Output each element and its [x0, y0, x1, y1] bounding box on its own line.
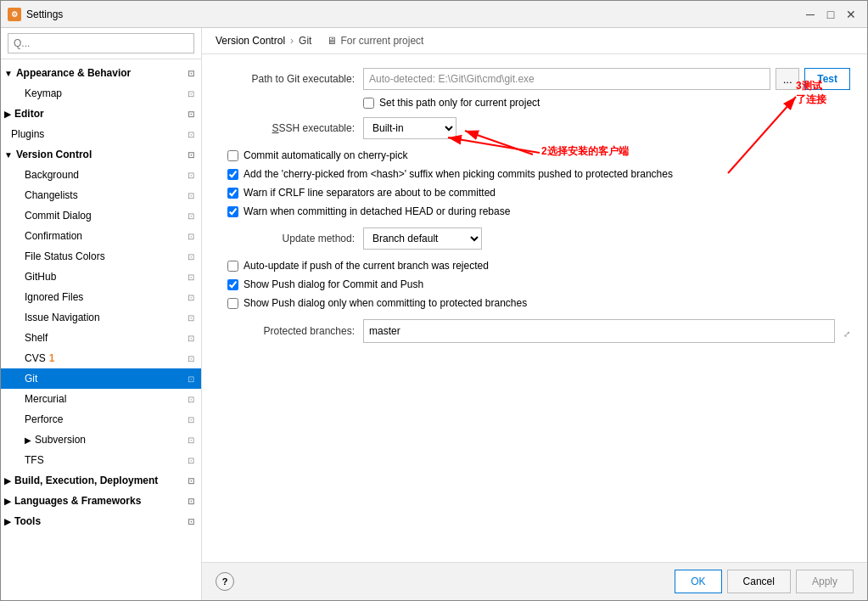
copy-icon: ⊡ [188, 150, 194, 160]
main-content: ▼ Appearance & Behavior ⊡ Keymap ⊡ ▶ Edi… [1, 28, 867, 600]
sidebar-item-commit-dialog[interactable]: Commit Dialog ⊡ [1, 205, 201, 226]
sidebar-item-confirmation[interactable]: Confirmation ⊡ [1, 226, 201, 246]
add-suffix-checkbox[interactable] [227, 169, 238, 180]
protected-branches-label: Protected branches: [219, 325, 355, 337]
close-button[interactable]: ✕ [842, 5, 860, 24]
warn-crlf-label: Warn if CRLF line separators are about t… [244, 187, 496, 199]
sidebar-item-label: Keymap [25, 87, 62, 99]
maximize-button[interactable]: □ [821, 5, 840, 24]
cancel-button[interactable]: Cancel [727, 570, 791, 593]
breadcrumb-parent: Version Control [216, 35, 285, 47]
sidebar-item-subversion[interactable]: ▶ Subversion ⊡ [1, 430, 201, 450]
copy-icon: ⊡ [188, 354, 194, 363]
sidebar-item-github[interactable]: GitHub ⊡ [1, 267, 201, 287]
copy-icon: ⊡ [188, 191, 194, 200]
current-project-checkbox[interactable] [363, 98, 374, 109]
auto-update-row: Auto-update if push of the current branc… [219, 260, 850, 272]
protected-branches-control: ⤢ [363, 319, 850, 343]
auto-update-checkbox[interactable] [227, 261, 238, 272]
sidebar-item-mercurial[interactable]: Mercurial ⊡ [1, 389, 201, 409]
sidebar-item-ignored-files[interactable]: Ignored Files ⊡ [1, 287, 201, 307]
project-label: For current project [340, 35, 423, 47]
settings-form: Path to Git executable: ... Test Set thi… [202, 54, 867, 562]
sidebar-item-keymap[interactable]: Keymap ⊡ [1, 83, 201, 104]
copy-icon: ⊡ [188, 252, 194, 261]
sidebar-item-perforce[interactable]: Perforce ⊡ [1, 409, 201, 430]
test-button[interactable]: Test [804, 68, 850, 90]
help-button[interactable]: ? [216, 572, 234, 591]
show-push-committing-checkbox[interactable] [227, 298, 238, 309]
cherry-pick-checkbox[interactable] [227, 150, 238, 161]
sidebar-item-label: Background [25, 169, 79, 181]
sidebar-item-issue-navigation[interactable]: Issue Navigation ⊡ [1, 307, 201, 328]
expand-arrow: ▼ [4, 69, 13, 78]
sidebar-item-label: Perforce [25, 413, 63, 425]
update-method-label: Update method: [219, 233, 355, 244]
copy-icon: ⊡ [188, 395, 194, 404]
ssh-select[interactable]: Built-in Native [363, 117, 456, 139]
app-icon: ⚙ [8, 8, 21, 21]
browse-button[interactable]: ... [776, 68, 799, 90]
sidebar-item-tools[interactable]: ▶ Tools ⊡ [1, 511, 201, 531]
sidebar-item-shelf[interactable]: Shelf ⊡ [1, 328, 201, 348]
sidebar-item-cvs[interactable]: CVS 1 ⊡ [1, 348, 201, 368]
sidebar-item-label: Changelists [25, 189, 78, 201]
sidebar-item-label: CVS [25, 352, 46, 364]
sidebar-item-label: Confirmation [25, 230, 82, 242]
sidebar-item-appearance[interactable]: ▼ Appearance & Behavior ⊡ [1, 63, 201, 83]
sidebar-item-label: Editor [14, 108, 44, 120]
window-title: Settings [26, 8, 801, 20]
expand-arrow: ▶ [4, 476, 11, 486]
sidebar-item-label: Git [25, 373, 37, 385]
update-method-select[interactable]: Branch default Merge Rebase [363, 227, 482, 250]
copy-icon: ⊡ [188, 89, 194, 98]
footer: ? OK Cancel Apply [202, 562, 867, 600]
sidebar-item-tfs[interactable]: TFS ⊡ [1, 450, 201, 470]
project-selector[interactable]: 🖥 For current project [327, 35, 423, 47]
sidebar-item-changelists[interactable]: Changelists ⊡ [1, 185, 201, 205]
window-controls: ─ □ ✕ [801, 5, 860, 24]
copy-icon: ⊡ [188, 293, 194, 302]
warn-detached-checkbox[interactable] [227, 206, 238, 217]
update-method-row: Update method: Branch default Merge Reba… [219, 227, 850, 250]
add-suffix-label: Add the 'cherry-picked from <hash>' suff… [244, 168, 673, 180]
expand-icon[interactable]: ⤢ [843, 324, 850, 339]
warn-detached-row: Warn when committing in detached HEAD or… [219, 205, 850, 217]
protected-branches-input[interactable] [363, 319, 835, 343]
sidebar-item-file-status-colors[interactable]: File Status Colors ⊡ [1, 246, 201, 267]
search-input[interactable] [8, 33, 194, 53]
sidebar: ▼ Appearance & Behavior ⊡ Keymap ⊡ ▶ Edi… [1, 28, 202, 600]
sidebar-item-editor[interactable]: ▶ Editor ⊡ [1, 104, 201, 124]
sidebar-item-label: TFS [25, 454, 44, 466]
sidebar-item-languages[interactable]: ▶ Languages & Frameworks ⊡ [1, 491, 201, 511]
ok-button[interactable]: OK [675, 570, 721, 593]
sidebar-item-label: File Status Colors [25, 250, 105, 262]
copy-icon: ⊡ [188, 476, 194, 486]
minimize-button[interactable]: ─ [801, 5, 820, 24]
sidebar-item-label: Commit Dialog [25, 210, 92, 222]
path-input[interactable] [363, 68, 770, 90]
ssh-control: Built-in Native [363, 117, 850, 139]
ssh-label: SSSH executable: [219, 122, 355, 134]
warn-crlf-checkbox[interactable] [227, 188, 238, 199]
copy-icon: ⊡ [188, 456, 194, 465]
show-push-checkbox[interactable] [227, 279, 238, 290]
sidebar-item-label: Tools [14, 515, 41, 527]
apply-button[interactable]: Apply [796, 570, 854, 593]
sidebar-item-label: Languages & Frameworks [14, 495, 141, 507]
sidebar-item-git[interactable]: Git ⊡ [1, 368, 201, 389]
sidebar-item-build[interactable]: ▶ Build, Execution, Deployment ⊡ [1, 470, 201, 491]
main-panel: Version Control › Git 🖥 For current proj… [202, 28, 867, 600]
sidebar-item-version-control[interactable]: ▼ Version Control ⊡ [1, 144, 201, 165]
sidebar-item-label: GitHub [25, 271, 56, 283]
search-box [1, 28, 201, 59]
show-push-committing-label: Show Push dialog only when committing to… [244, 297, 527, 309]
sidebar-item-background[interactable]: Background ⊡ [1, 165, 201, 185]
copy-icon: ⊡ [188, 517, 194, 526]
breadcrumb-current: Git [299, 35, 311, 47]
cherry-pick-label: Commit automatically on cherry-pick [244, 149, 407, 161]
copy-icon: ⊡ [188, 69, 194, 78]
expand-arrow: ▶ [4, 517, 11, 526]
sidebar-item-plugins[interactable]: Plugins ⊡ [1, 124, 201, 144]
show-push-label: Show Push dialog for Commit and Push [244, 278, 423, 290]
